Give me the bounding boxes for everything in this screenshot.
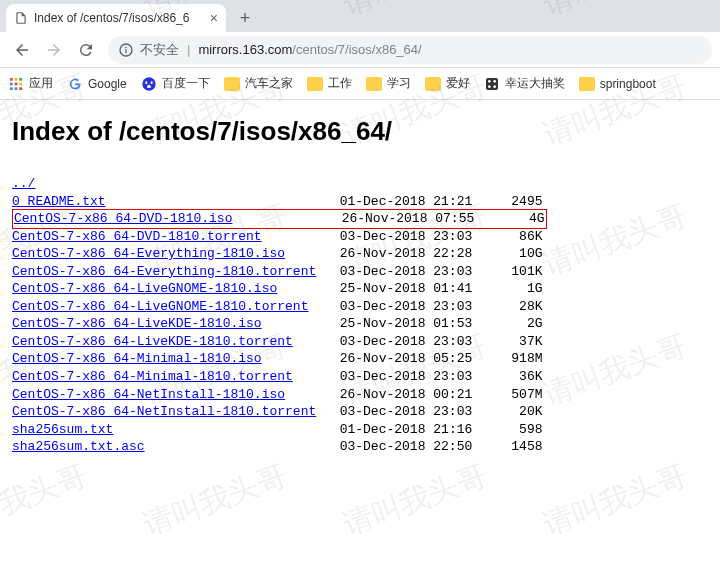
close-tab-icon[interactable]: × [210,10,218,26]
svg-rect-8 [19,87,22,90]
svg-rect-2 [19,78,22,81]
google-icon [67,76,83,92]
file-link[interactable]: CentOS-7-x86_64-Everything-1810.torrent [12,264,316,279]
security-warning: 不安全 [140,41,179,59]
file-link[interactable]: CentOS-7-x86_64-LiveKDE-1810.iso [12,316,262,331]
file-link[interactable]: sha256sum.txt.asc [12,439,145,454]
file-link[interactable]: CentOS-7-x86_64-DVD-1810.torrent [12,229,262,244]
svg-rect-5 [19,82,22,85]
address-bar[interactable]: 不安全 | mirrors.163.com/centos/7/isos/x86_… [108,36,712,64]
svg-rect-6 [10,87,13,90]
parent-dir-link[interactable]: ../ [12,176,35,191]
bookmark-item[interactable]: 爱好 [425,75,470,92]
url-text: mirrors.163.com/centos/7/isos/x86_64/ [198,42,421,57]
apps-icon [8,76,24,92]
bookmark-label: Google [88,77,127,91]
tab-title: Index of /centos/7/isos/x86_6 [34,11,204,25]
svg-rect-1 [15,78,18,81]
svg-rect-4 [15,82,18,85]
bookmark-item[interactable]: 汽车之家 [224,75,293,92]
nav-bar: 不安全 | mirrors.163.com/centos/7/isos/x86_… [0,32,720,68]
file-link[interactable]: 0_README.txt [12,194,106,209]
bookmark-item[interactable]: 学习 [366,75,411,92]
folder-icon [579,77,595,91]
bookmark-label: springboot [600,77,656,91]
svg-point-11 [488,80,491,83]
svg-rect-10 [486,78,498,90]
bookmark-label: 学习 [387,75,411,92]
folder-icon [307,77,323,91]
browser-tab[interactable]: Index of /centos/7/isos/x86_6 × [6,4,226,32]
file-link[interactable]: CentOS-7-x86_64-LiveGNOME-1810.iso [12,281,277,296]
file-link[interactable]: CentOS-7-x86_64-Minimal-1810.torrent [12,369,293,384]
bookmark-label: 幸运大抽奖 [505,75,565,92]
page-icon [14,11,28,25]
page-content: Index of /centos/7/isos/x86_64/ ../0_REA… [0,100,720,472]
bookmark-item[interactable]: 百度一下 [141,75,210,92]
apps-label: 应用 [29,75,53,92]
svg-point-12 [493,80,496,83]
folder-icon [425,77,441,91]
bookmark-label: 百度一下 [162,75,210,92]
reload-button[interactable] [72,36,100,64]
browser-chrome: Index of /centos/7/isos/x86_6 × + 不安全 | … [0,0,720,100]
file-link[interactable]: CentOS-7-x86_64-Minimal-1810.iso [12,351,262,366]
svg-rect-0 [10,78,13,81]
file-link[interactable]: CentOS-7-x86_64-LiveKDE-1810.torrent [12,334,293,349]
file-link[interactable]: CentOS-7-x86_64-Everything-1810.iso [12,246,285,261]
forward-button[interactable] [40,36,68,64]
svg-point-14 [493,85,496,88]
info-icon [118,42,134,58]
folder-icon [366,77,382,91]
file-link[interactable]: CentOS-7-x86_64-LiveGNOME-1810.torrent [12,299,308,314]
file-link[interactable]: sha256sum.txt [12,422,113,437]
svg-rect-7 [15,87,18,90]
url-path: /centos/7/isos/x86_64/ [292,42,421,57]
new-tab-button[interactable]: + [232,5,258,31]
apps-button[interactable]: 应用 [8,75,53,92]
bookmark-item[interactable]: Google [67,76,127,92]
file-link[interactable]: CentOS-7-x86_64-NetInstall-1810.torrent [12,404,316,419]
bookmarks-bar: 应用 Google百度一下汽车之家工作学习爱好幸运大抽奖springboot [0,68,720,100]
bookmark-item[interactable]: springboot [579,77,656,91]
svg-point-9 [142,77,155,90]
bookmark-item[interactable]: 幸运大抽奖 [484,75,565,92]
svg-rect-3 [10,82,13,85]
bookmark-label: 工作 [328,75,352,92]
folder-icon [224,77,240,91]
baidu-icon [141,76,157,92]
url-host: mirrors.163.com [198,42,292,57]
url-separator: | [187,42,190,57]
bookmark-label: 汽车之家 [245,75,293,92]
tab-bar: Index of /centos/7/isos/x86_6 × + [0,0,720,32]
page-title: Index of /centos/7/isos/x86_64/ [12,116,708,147]
dice-icon [484,76,500,92]
highlighted-row: CentOS-7-x86_64-DVD-1810.iso 26-Nov-2018… [12,209,547,229]
file-link[interactable]: CentOS-7-x86_64-DVD-1810.iso [14,211,232,226]
bookmark-label: 爱好 [446,75,470,92]
file-link[interactable]: CentOS-7-x86_64-NetInstall-1810.iso [12,387,285,402]
svg-point-13 [488,85,491,88]
bookmark-item[interactable]: 工作 [307,75,352,92]
directory-listing: ../0_README.txt 01-Dec-2018 21:21 2495Ce… [12,175,708,456]
back-button[interactable] [8,36,36,64]
